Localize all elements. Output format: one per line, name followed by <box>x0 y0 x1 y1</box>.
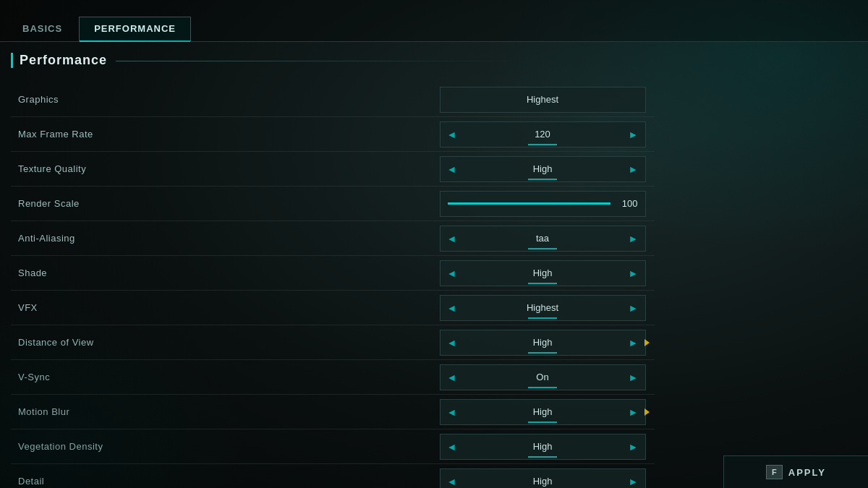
setting-row-graphics: GraphicsHighest <box>11 82 655 117</box>
setting-row-distance-of-view: Distance of View◄High► <box>11 325 655 360</box>
arrow-value-v-sync: On <box>464 372 622 382</box>
arrow-control-vegetation-density: ◄High► <box>440 434 646 460</box>
settings-panel: GraphicsHighestMax Frame Rate◄120►Textur… <box>11 82 655 488</box>
arrow-control-vfx: ◄Highest► <box>440 295 646 321</box>
arrow-value-vegetation-density: High <box>464 441 622 452</box>
arrow-right-vegetation-density[interactable]: ► <box>622 434 645 460</box>
setting-label-detail: Detail <box>18 476 438 487</box>
setting-label-motion-blur: Motion Blur <box>18 406 438 417</box>
content-area: Performance GraphicsHighestMax Frame Rat… <box>0 42 868 488</box>
arrow-left-vegetation-density[interactable]: ◄ <box>441 434 464 460</box>
setting-control-render-scale: 100 <box>438 191 647 217</box>
arrow-left-distance-of-view[interactable]: ◄ <box>441 330 464 356</box>
setting-row-render-scale: Render Scale100 <box>11 187 655 221</box>
arrow-left-v-sync[interactable]: ◄ <box>441 364 464 390</box>
setting-label-render-scale: Render Scale <box>18 198 438 209</box>
setting-label-anti-aliasing: Anti-Aliasing <box>18 233 438 244</box>
setting-row-anti-aliasing: Anti-Aliasing◄taa► <box>11 221 655 256</box>
apply-key: F <box>766 465 783 479</box>
arrow-right-anti-aliasing[interactable]: ► <box>622 226 645 252</box>
setting-label-vfx: VFX <box>18 302 438 313</box>
arrow-value-shade: High <box>464 267 622 278</box>
arrow-left-max-frame-rate[interactable]: ◄ <box>441 121 464 147</box>
setting-row-motion-blur: Motion Blur◄High► <box>11 395 655 429</box>
setting-row-v-sync: V-Sync◄On► <box>11 360 655 395</box>
arrow-value-vfx: Highest <box>464 302 622 313</box>
arrow-left-anti-aliasing[interactable]: ◄ <box>441 226 464 252</box>
setting-control-vfx: ◄Highest► <box>438 295 647 321</box>
page-title: Performance <box>11 53 521 68</box>
warn-indicator-motion-blur <box>644 408 650 416</box>
setting-control-texture-quality: ◄High► <box>438 156 647 182</box>
arrow-control-shade: ◄High► <box>440 260 646 286</box>
arrow-control-anti-aliasing: ◄taa► <box>440 226 646 252</box>
setting-row-vegetation-density: Vegetation Density◄High► <box>11 429 655 464</box>
static-value-graphics: Highest <box>440 87 646 113</box>
setting-control-vegetation-density: ◄High► <box>438 434 647 460</box>
setting-label-shade: Shade <box>18 267 438 278</box>
arrow-left-motion-blur[interactable]: ◄ <box>441 399 464 425</box>
arrow-right-detail[interactable]: ► <box>622 468 645 489</box>
apply-bar: F APPLY <box>723 455 868 488</box>
arrow-right-max-frame-rate[interactable]: ► <box>622 121 645 147</box>
slider-fill-render-scale <box>448 202 610 205</box>
setting-row-shade: Shade◄High► <box>11 256 655 291</box>
setting-row-detail: Detail◄High► <box>11 464 655 488</box>
tab-bar: BASICSPERFORMANCE <box>0 0 868 42</box>
arrow-right-v-sync[interactable]: ► <box>622 364 645 390</box>
slider-value-render-scale: 100 <box>616 198 638 209</box>
arrow-value-texture-quality: High <box>464 163 622 174</box>
setting-label-vegetation-density: Vegetation Density <box>18 441 438 452</box>
arrow-control-detail: ◄High► <box>440 468 646 489</box>
arrow-control-distance-of-view: ◄High► <box>440 330 646 356</box>
setting-control-distance-of-view: ◄High► <box>438 330 647 356</box>
setting-control-max-frame-rate: ◄120► <box>438 121 647 147</box>
setting-label-distance-of-view: Distance of View <box>18 337 438 348</box>
setting-control-v-sync: ◄On► <box>438 364 647 390</box>
tab-basics[interactable]: BASICS <box>7 17 77 41</box>
setting-label-texture-quality: Texture Quality <box>18 163 438 174</box>
arrow-value-detail: High <box>464 476 622 487</box>
arrow-right-distance-of-view[interactable]: ► <box>622 330 645 356</box>
arrow-right-shade[interactable]: ► <box>622 260 645 286</box>
arrow-control-max-frame-rate: ◄120► <box>440 121 646 147</box>
setting-control-shade: ◄High► <box>438 260 647 286</box>
slider-track-render-scale <box>448 202 610 205</box>
setting-control-anti-aliasing: ◄taa► <box>438 226 647 252</box>
arrow-value-anti-aliasing: taa <box>464 233 622 244</box>
arrow-left-detail[interactable]: ◄ <box>441 468 464 489</box>
arrow-left-shade[interactable]: ◄ <box>441 260 464 286</box>
arrow-value-motion-blur: High <box>464 406 622 417</box>
slider-control-render-scale[interactable]: 100 <box>440 191 646 217</box>
setting-label-max-frame-rate: Max Frame Rate <box>18 129 438 140</box>
setting-label-graphics: Graphics <box>18 94 438 105</box>
arrow-control-v-sync: ◄On► <box>440 364 646 390</box>
arrow-control-motion-blur: ◄High► <box>440 399 646 425</box>
arrow-value-distance-of-view: High <box>464 337 622 348</box>
arrow-right-motion-blur[interactable]: ► <box>622 399 645 425</box>
setting-control-detail: ◄High► <box>438 468 647 489</box>
setting-row-max-frame-rate: Max Frame Rate◄120► <box>11 117 655 152</box>
warn-indicator-distance-of-view <box>644 339 650 346</box>
setting-control-motion-blur: ◄High► <box>438 399 647 425</box>
apply-label: APPLY <box>788 467 826 478</box>
arrow-value-max-frame-rate: 120 <box>464 129 622 140</box>
arrow-right-vfx[interactable]: ► <box>622 295 645 321</box>
section-header: Performance <box>11 53 868 68</box>
arrow-control-texture-quality: ◄High► <box>440 156 646 182</box>
setting-label-v-sync: V-Sync <box>18 372 438 382</box>
arrow-right-texture-quality[interactable]: ► <box>622 156 645 182</box>
tab-performance[interactable]: PERFORMANCE <box>79 17 191 41</box>
arrow-left-texture-quality[interactable]: ◄ <box>441 156 464 182</box>
setting-control-graphics: Highest <box>438 87 647 113</box>
setting-row-vfx: VFX◄Highest► <box>11 291 655 325</box>
setting-row-texture-quality: Texture Quality◄High► <box>11 152 655 187</box>
arrow-left-vfx[interactable]: ◄ <box>441 295 464 321</box>
